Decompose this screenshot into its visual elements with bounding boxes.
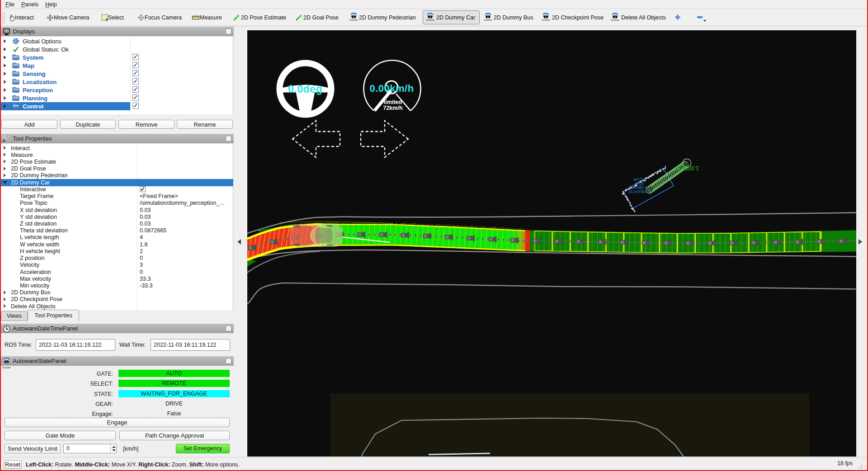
svg-text:72km/h: 72km/h bbox=[383, 105, 402, 111]
svg-text:0.0deg: 0.0deg bbox=[288, 83, 322, 95]
svg-text:CAR: CAR bbox=[633, 177, 642, 182]
svg-text:0.00km/h: 0.00km/h bbox=[369, 83, 414, 94]
svg-text:1.000000: 1.000000 bbox=[675, 165, 699, 171]
